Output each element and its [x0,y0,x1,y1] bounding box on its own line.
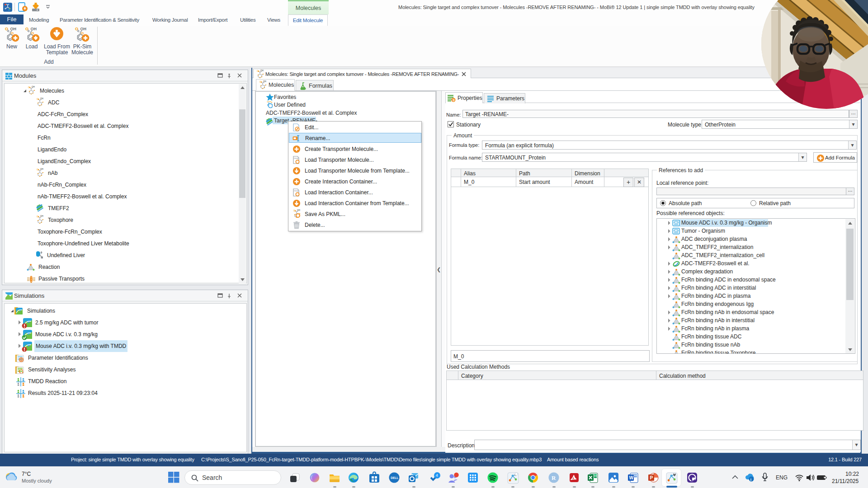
svg-text:DELL: DELL [391,476,398,479]
svg-text:4: 4 [436,473,438,478]
svg-text:P: P [650,475,653,480]
svg-text:R: R [552,474,556,481]
svg-text:W: W [629,475,633,480]
